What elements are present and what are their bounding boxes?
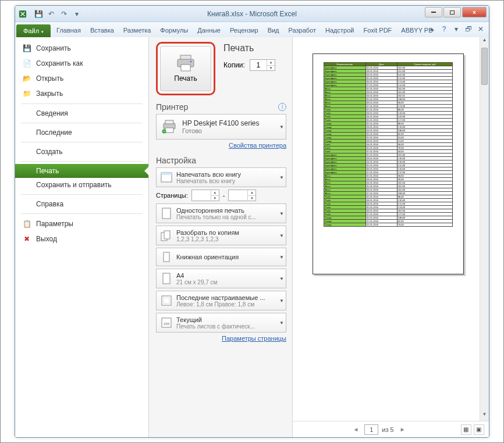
copies-value: 1 — [250, 61, 267, 69]
spin-down-icon[interactable]: ▼ — [267, 66, 275, 71]
close-doc-icon: 📁 — [22, 89, 31, 98]
svg-rect-7 — [165, 128, 173, 133]
window-minimize-button[interactable] — [425, 7, 442, 17]
svg-rect-6 — [165, 120, 173, 124]
preview-table: НаименованиеДатаСумма выручки, руб Карто… — [324, 62, 453, 227]
nav-save[interactable]: 💾Сохранить — [15, 41, 148, 56]
excel-icon — [19, 10, 27, 18]
ribbon-tabs: Файл Главная Вставка Разметка Формулы Да… — [15, 22, 489, 37]
printer-selector[interactable]: HP Deskjet F4100 seriesГотово ▼ — [156, 114, 286, 140]
svg-rect-15 — [163, 273, 170, 284]
window-maximize-button[interactable] — [443, 7, 461, 17]
preview-page: НаименованиеДатаСумма выручки, руб Карто… — [313, 53, 464, 274]
vertical-scrollbar[interactable]: ▲▼ — [480, 37, 489, 421]
tab-home[interactable]: Главная — [52, 24, 86, 37]
quick-access-toolbar: 💾 ↶ ↷ ▾ — [33, 8, 83, 20]
nav-save-send[interactable]: Сохранить и отправить — [15, 178, 148, 192]
nav-new[interactable]: Создать — [15, 145, 148, 159]
copies-spinner[interactable]: 1 ▲▼ — [250, 59, 275, 71]
ribbon-minimize-icon[interactable]: ⏶ — [427, 24, 436, 34]
printer-heading: Принтерi — [156, 102, 286, 112]
nav-info[interactable]: Сведения — [15, 106, 148, 120]
doc-close-icon[interactable]: ✕ — [476, 24, 485, 34]
svg-rect-3 — [181, 65, 190, 71]
show-margins-button[interactable]: ▦ — [461, 424, 471, 435]
scaling-selector[interactable]: 100 ТекущийПечать листов с фактическ... … — [156, 313, 286, 333]
qat-redo-button[interactable]: ↷ — [58, 8, 70, 20]
window-title: Книга8.xlsx - Microsoft Excel — [15, 10, 489, 18]
tab-data[interactable]: Данные — [193, 24, 225, 37]
save-as-icon: 📄 — [22, 59, 31, 68]
backstage-nav: 💾Сохранить 📄Сохранить как 📂Открыть 📁Закр… — [15, 37, 149, 437]
info-icon[interactable]: i — [278, 103, 286, 111]
page-setup-link[interactable]: Параметры страницы — [156, 335, 286, 342]
tab-insert[interactable]: Вставка — [86, 24, 119, 37]
pages-from-spinner[interactable]: ▲▼ — [191, 190, 219, 201]
pages-label: Страницы: — [156, 192, 188, 199]
page-next-button[interactable]: ► — [397, 426, 408, 433]
print-button-label: Печать — [174, 74, 197, 83]
svg-rect-14 — [164, 252, 169, 262]
qat-save-button[interactable]: 💾 — [33, 8, 44, 20]
nav-options[interactable]: 📋Параметры — [15, 216, 148, 231]
workbook-icon — [160, 171, 173, 184]
copies-label: Копии: — [223, 61, 245, 69]
printer-device-icon — [161, 120, 178, 134]
nav-close[interactable]: 📁Закрыть — [15, 86, 148, 101]
tab-review[interactable]: Рецензир — [225, 24, 263, 37]
svg-rect-13 — [164, 231, 170, 239]
window-close-button[interactable]: × — [462, 7, 487, 17]
print-settings-panel: Печать Печать Копии: 1 ▲▼ — [149, 37, 292, 437]
tab-view[interactable]: Вид — [263, 24, 284, 37]
ribbon-options-icon[interactable]: ▾ — [452, 24, 461, 34]
tab-addins[interactable]: Надстрой — [321, 24, 359, 37]
paper-size-selector[interactable]: A421 см x 29,7 см ▼ — [156, 269, 286, 288]
paper-icon — [160, 272, 173, 285]
page-number-input[interactable]: 1 — [364, 424, 378, 435]
open-icon: 📂 — [22, 74, 31, 83]
scaling-icon: 100 — [160, 316, 173, 329]
preview-footer: ◄ 1 из 5 ► ▦ ▣ — [293, 421, 489, 437]
zoom-page-button[interactable]: ▣ — [474, 424, 484, 435]
save-icon: 💾 — [22, 44, 31, 53]
nav-open[interactable]: 📂Открыть — [15, 71, 148, 86]
print-heading: Печать — [223, 43, 275, 53]
window-restore-icon[interactable]: 🗗 — [464, 24, 473, 34]
page-count-label: из 5 — [382, 426, 393, 433]
sides-selector[interactable]: Односторонняя печатьПечатать только на о… — [156, 203, 286, 223]
nav-help[interactable]: Справка — [15, 197, 148, 211]
print-button-highlight: Печать — [156, 42, 215, 95]
print-preview-pane: ▲▼ НаименованиеДатаСумма выручки, руб Ка… — [292, 37, 489, 437]
qat-undo-button[interactable]: ↶ — [45, 8, 57, 20]
tab-developer[interactable]: Разработ — [284, 24, 321, 37]
pages-to-spinner[interactable]: ▲▼ — [228, 190, 256, 201]
options-icon: 📋 — [22, 219, 31, 228]
titlebar: 💾 ↶ ↷ ▾ Книга8.xlsx - Microsoft Excel × — [15, 6, 489, 22]
tab-formulas[interactable]: Формулы — [155, 24, 193, 37]
printer-properties-link[interactable]: Свойства принтера — [156, 142, 286, 149]
print-button[interactable]: Печать — [160, 46, 211, 91]
margins-selector[interactable]: Последние настраиваемые ...Левое: 1,8 см… — [156, 291, 286, 310]
tab-file[interactable]: Файл — [16, 24, 51, 37]
orientation-selector[interactable]: Книжная ориентация ▼ — [156, 248, 286, 266]
chevron-down-icon: ▼ — [279, 211, 284, 216]
app-window: 💾 ↶ ↷ ▾ Книга8.xlsx - Microsoft Excel × … — [15, 5, 489, 438]
nav-save-as[interactable]: 📄Сохранить как — [15, 56, 148, 71]
nav-print[interactable]: Печать — [15, 164, 148, 178]
nav-exit[interactable]: ✖Выход — [15, 231, 148, 246]
page-prev-button[interactable]: ◄ — [350, 426, 361, 433]
nav-recent[interactable]: Последние — [15, 126, 148, 140]
chevron-down-icon: ▼ — [279, 175, 284, 180]
svg-rect-16 — [162, 296, 171, 305]
print-what-selector[interactable]: Напечатать всю книгуНапечатать всю книгу… — [156, 167, 286, 187]
margins-icon — [160, 294, 173, 307]
svg-text:100: 100 — [164, 322, 170, 326]
svg-rect-10 — [161, 173, 172, 175]
tab-foxit[interactable]: Foxit PDF — [359, 24, 396, 37]
collate-selector[interactable]: Разобрать по копиям1,2,3 1,2,3 1,2,3 ▼ — [156, 226, 286, 245]
help-icon[interactable]: ? — [439, 24, 449, 34]
chevron-down-icon: ▼ — [279, 320, 284, 326]
tab-layout[interactable]: Разметка — [119, 24, 156, 37]
qat-customize-button[interactable]: ▾ — [71, 8, 83, 20]
spin-up-icon[interactable]: ▲ — [267, 60, 275, 66]
